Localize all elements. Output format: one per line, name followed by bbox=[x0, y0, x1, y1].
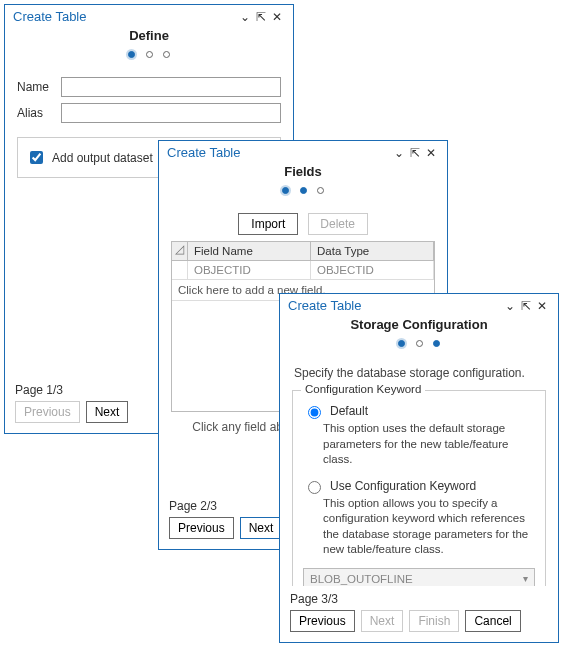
finish-button: Finish bbox=[409, 610, 459, 632]
titlebar: Create Table ⌄ ⇱ ✕ bbox=[280, 294, 558, 315]
grid-corner-icon[interactable]: ◿ bbox=[172, 242, 188, 260]
close-icon[interactable]: ✕ bbox=[423, 146, 439, 160]
titlebar: Create Table ⌄ ⇱ ✕ bbox=[5, 5, 293, 26]
group-legend: Configuration Keyword bbox=[301, 383, 425, 395]
step-dot-2 bbox=[146, 51, 153, 58]
step-title: Storage Configuration bbox=[280, 315, 558, 332]
next-button[interactable]: Next bbox=[86, 401, 129, 423]
keyword-value: BLOB_OUTOFLINE bbox=[310, 573, 523, 585]
titlebar: Create Table ⌄ ⇱ ✕ bbox=[159, 141, 447, 162]
pin-icon[interactable]: ⇱ bbox=[518, 299, 534, 313]
instruction-text: Specify the database storage configurati… bbox=[294, 366, 544, 380]
chevron-down-icon: ▾ bbox=[523, 573, 528, 584]
cell-data-type: OBJECTID bbox=[311, 261, 434, 279]
radio-default-input[interactable] bbox=[308, 406, 321, 419]
radio-use-keyword[interactable]: Use Configuration Keyword bbox=[303, 478, 535, 494]
radio-default-desc: This option uses the default storage par… bbox=[323, 421, 535, 468]
add-output-checkbox-input[interactable] bbox=[30, 151, 43, 164]
name-input[interactable] bbox=[61, 77, 281, 97]
step-dot-3 bbox=[433, 340, 440, 347]
cancel-button[interactable]: Cancel bbox=[465, 610, 520, 632]
config-keyword-group: Configuration Keyword Default This optio… bbox=[292, 390, 546, 586]
step-title: Fields bbox=[159, 162, 447, 179]
step-dot-2 bbox=[300, 187, 307, 194]
step-dots bbox=[280, 332, 558, 360]
close-icon[interactable]: ✕ bbox=[269, 10, 285, 24]
page-indicator: Page 3/3 bbox=[290, 592, 548, 606]
name-label: Name bbox=[17, 80, 61, 94]
radio-use-keyword-input[interactable] bbox=[308, 481, 321, 494]
close-icon[interactable]: ✕ bbox=[534, 299, 550, 313]
step-dot-3 bbox=[163, 51, 170, 58]
col-field-name[interactable]: Field Name bbox=[188, 242, 311, 260]
window-title: Create Table bbox=[167, 145, 391, 160]
radio-use-keyword-desc: This option allows you to specify a conf… bbox=[323, 496, 535, 558]
grid-header: ◿ Field Name Data Type bbox=[172, 242, 434, 261]
step-dots bbox=[159, 179, 447, 207]
window-title: Create Table bbox=[13, 9, 237, 24]
step-title: Define bbox=[5, 26, 293, 43]
delete-button: Delete bbox=[308, 213, 368, 235]
next-button[interactable]: Next bbox=[240, 517, 283, 539]
pin-icon[interactable]: ⇱ bbox=[407, 146, 423, 160]
next-button: Next bbox=[361, 610, 404, 632]
step-dot-1 bbox=[398, 340, 405, 347]
step-dot-1 bbox=[128, 51, 135, 58]
alias-input[interactable] bbox=[61, 103, 281, 123]
previous-button: Previous bbox=[15, 401, 80, 423]
previous-button[interactable]: Previous bbox=[290, 610, 355, 632]
radio-use-keyword-label: Use Configuration Keyword bbox=[330, 479, 476, 493]
alias-label: Alias bbox=[17, 106, 61, 120]
keyword-combobox[interactable]: BLOB_OUTOFLINE ▾ bbox=[303, 568, 535, 586]
cell-field-name: OBJECTID bbox=[188, 261, 311, 279]
step-dot-3 bbox=[317, 187, 324, 194]
col-data-type[interactable]: Data Type bbox=[311, 242, 434, 260]
radio-default-label: Default bbox=[330, 404, 368, 418]
add-output-label: Add output dataset bbox=[52, 151, 153, 165]
dropdown-icon[interactable]: ⌄ bbox=[391, 146, 407, 160]
dropdown-icon[interactable]: ⌄ bbox=[502, 299, 518, 313]
step-dot-1 bbox=[282, 187, 289, 194]
radio-default[interactable]: Default bbox=[303, 403, 535, 419]
grid-row[interactable]: OBJECTID OBJECTID bbox=[172, 261, 434, 280]
step-dot-2 bbox=[416, 340, 423, 347]
create-table-panel-storage: Create Table ⌄ ⇱ ✕ Storage Configuration… bbox=[279, 293, 559, 643]
window-title: Create Table bbox=[288, 298, 502, 313]
pin-icon[interactable]: ⇱ bbox=[253, 10, 269, 24]
previous-button[interactable]: Previous bbox=[169, 517, 234, 539]
import-button[interactable]: Import bbox=[238, 213, 298, 235]
step-dots bbox=[5, 43, 293, 71]
dropdown-icon[interactable]: ⌄ bbox=[237, 10, 253, 24]
